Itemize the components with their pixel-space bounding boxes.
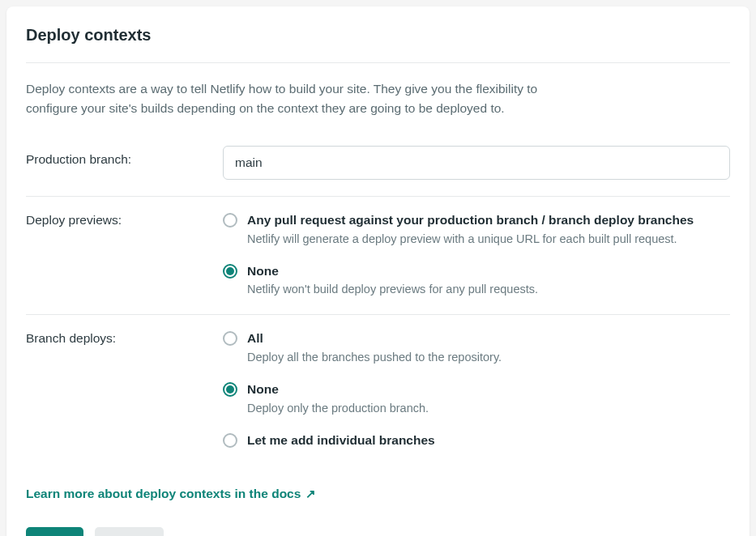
learn-more-link[interactable]: Learn more about deploy contexts in the …	[26, 487, 316, 501]
card-title: Deploy contexts	[26, 26, 730, 63]
learn-more-label: Learn more about deploy contexts in the …	[26, 487, 301, 501]
deploy-contexts-card: Deploy contexts Deploy contexts are a wa…	[6, 6, 750, 536]
radio-icon	[223, 382, 237, 397]
radio-branch-deploys-all[interactable]: All Deploy all the branches pushed to th…	[223, 330, 730, 366]
radio-description: Netlify won't build deploy previews for …	[247, 281, 730, 298]
radio-description: Netlify will generate a deploy preview w…	[247, 231, 730, 248]
row-production-branch: Production branch:	[26, 138, 730, 197]
row-branch-deploys: Branch deploys: All Deploy all the branc…	[26, 315, 730, 465]
radio-deploy-previews-none[interactable]: None Netlify won't build deploy previews…	[223, 262, 730, 299]
label-deploy-previews: Deploy previews:	[26, 211, 223, 228]
radio-branch-deploys-none[interactable]: None Deploy only the production branch.	[223, 381, 730, 417]
radio-branch-deploys-individual[interactable]: Let me add individual branches	[223, 432, 730, 449]
production-branch-input[interactable]	[223, 146, 730, 180]
cancel-button[interactable]: Cancel	[95, 527, 163, 536]
card-description: Deploy contexts are a way to tell Netlif…	[26, 79, 577, 118]
radio-title: None	[247, 381, 730, 398]
save-button[interactable]: Save	[26, 527, 83, 536]
radio-icon	[223, 331, 237, 346]
row-deploy-previews: Deploy previews: Any pull request agains…	[26, 197, 730, 315]
radio-icon	[223, 213, 237, 228]
label-branch-deploys: Branch deploys:	[26, 330, 223, 346]
button-row: Save Cancel	[26, 527, 730, 536]
radio-icon	[223, 433, 237, 448]
radio-title: Let me add individual branches	[247, 432, 730, 449]
external-link-icon: ↗	[305, 487, 316, 500]
radio-description: Deploy only the production branch.	[247, 400, 730, 417]
radio-title: Any pull request against your production…	[247, 211, 730, 229]
radio-deploy-previews-any[interactable]: Any pull request against your production…	[223, 211, 730, 248]
form-region: Production branch: Deploy previews: Any …	[26, 138, 730, 466]
radio-title: None	[247, 262, 730, 280]
radio-title: All	[247, 330, 730, 347]
radio-icon	[223, 264, 237, 279]
radio-description: Deploy all the branches pushed to the re…	[247, 349, 730, 366]
label-production-branch: Production branch:	[26, 146, 223, 167]
